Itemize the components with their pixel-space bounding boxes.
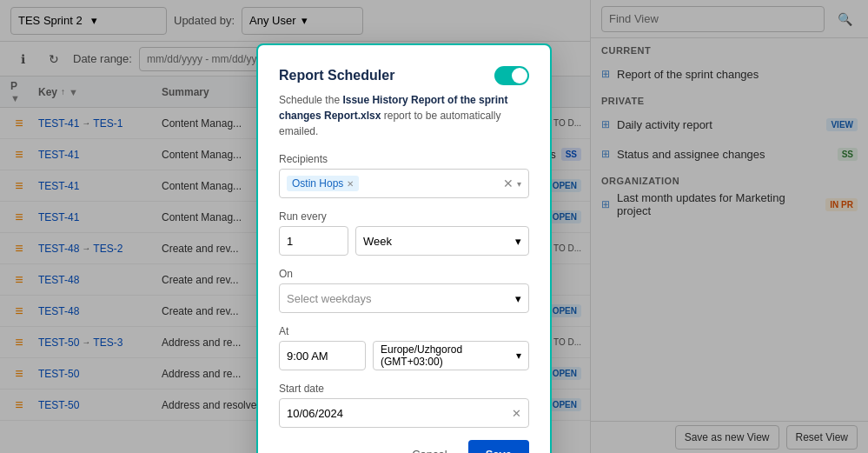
- clear-button[interactable]: ✕: [503, 177, 514, 190]
- cancel-button[interactable]: Cancel: [398, 440, 461, 453]
- on-placeholder: Select weekdays: [287, 292, 372, 305]
- report-scheduler-modal: Report Scheduler Schedule the Issue Hist…: [256, 43, 552, 453]
- tag-close-button[interactable]: ✕: [347, 179, 354, 189]
- run-every-group: Run every Week ▾: [279, 210, 529, 256]
- start-date-label: Start date: [279, 383, 529, 395]
- at-timezone-label: Europe/Uzhgorod (GMT+03:00): [381, 343, 516, 368]
- recipients-group: Recipients Ostin Hops ✕ ✕ ▾: [279, 153, 529, 198]
- chevron-down-icon: ▾: [515, 292, 521, 305]
- recipients-field[interactable]: Ostin Hops ✕ ✕ ▾: [279, 169, 529, 198]
- recipient-tag: Ostin Hops ✕: [287, 176, 359, 191]
- run-every-label: Run every: [279, 210, 529, 223]
- modal-title: Report Scheduler: [279, 68, 394, 83]
- chevron-down-icon: ▾: [515, 235, 521, 248]
- run-every-unit-label: Week: [363, 235, 392, 248]
- at-time-input[interactable]: [279, 341, 366, 370]
- on-group: On Select weekdays ▾: [279, 268, 529, 313]
- start-date-value: 10/06/2024: [287, 407, 343, 420]
- save-button[interactable]: Save: [468, 440, 529, 453]
- modal-overlay: Report Scheduler Schedule the Issue Hist…: [0, 0, 868, 453]
- clear-date-icon[interactable]: ✕: [512, 407, 521, 420]
- run-every-input[interactable]: [279, 226, 348, 256]
- modal-description: Schedule the Issue History Report of the…: [279, 92, 529, 139]
- on-label: On: [279, 268, 529, 280]
- toggle-switch[interactable]: [494, 66, 529, 85]
- run-every-unit-select[interactable]: Week ▾: [355, 226, 529, 256]
- recipients-label: Recipients: [279, 153, 529, 165]
- dropdown-arrow-icon[interactable]: ▾: [517, 179, 521, 189]
- at-row: Europe/Uzhgorod (GMT+03:00) ▾: [279, 341, 529, 370]
- main-area: TES Sprint 2 ▾ Updated by: Any User ▾ ➜ …: [0, 0, 868, 453]
- modal-header: Report Scheduler: [279, 66, 529, 85]
- chevron-down-icon: ▾: [516, 350, 521, 362]
- at-label: At: [279, 325, 529, 337]
- at-timezone-select[interactable]: Europe/Uzhgorod (GMT+03:00) ▾: [373, 341, 529, 370]
- start-date-group: Start date 10/06/2024 ✕: [279, 383, 529, 428]
- run-every-row: Week ▾: [279, 226, 529, 256]
- modal-footer: Cancel Save: [279, 440, 529, 453]
- on-field[interactable]: Select weekdays ▾: [279, 283, 529, 313]
- recipient-name: Ostin Hops: [292, 177, 343, 190]
- start-date-field[interactable]: 10/06/2024 ✕: [279, 398, 529, 428]
- at-group: At Europe/Uzhgorod (GMT+03:00) ▾: [279, 325, 529, 370]
